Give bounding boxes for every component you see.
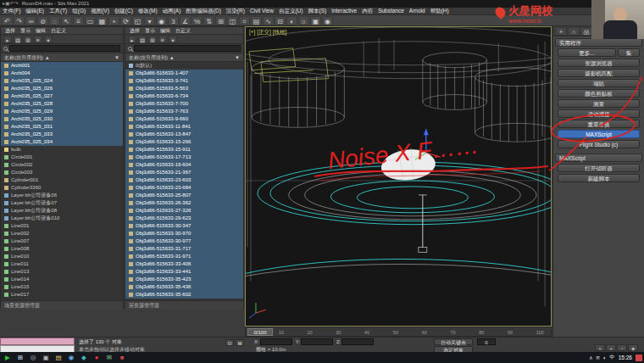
screen-record-icon[interactable]: ● — [92, 353, 102, 362]
list-item[interactable]: Arch035_025_033 — [1, 131, 123, 138]
clock[interactable]: 15:26 — [619, 355, 632, 360]
explorer-toolbar-icon[interactable]: ▤ — [14, 36, 22, 43]
list-item[interactable]: Layer:bh公司设备06 — [1, 192, 123, 199]
list-item[interactable]: Obj3d66-515633-35-602 — [125, 291, 243, 299]
menu-item[interactable]: 内容 — [359, 8, 375, 15]
list-item[interactable]: Arch035_025_031 — [1, 123, 123, 131]
list-item[interactable]: Arch035_025_029 — [1, 108, 123, 115]
list-item[interactable]: Line008 — [1, 245, 123, 253]
render-setup-icon[interactable]: ☼ — [298, 16, 309, 25]
explorer-toolbar-icon[interactable]: ▾ — [44, 36, 53, 43]
explorer-toolbar-icon[interactable]: ▸ — [128, 36, 136, 43]
utility-资源浏览器[interactable]: 资源浏览器 — [558, 59, 640, 67]
list-item[interactable]: Layer:bh公司设备010 — [1, 215, 123, 222]
utility-颜色剪贴板[interactable]: 颜色剪贴板 — [558, 89, 640, 98]
list-item[interactable]: Obj3d66-515633-35-423 — [125, 276, 243, 283]
time-slider-handle[interactable]: 0/100 — [247, 328, 273, 336]
recorder-overlay-icon[interactable]: ▶ — [3, 353, 13, 362]
list-item[interactable]: Circle002 — [1, 161, 123, 169]
search-input[interactable] — [134, 45, 241, 52]
current-frame-field[interactable]: 0 — [477, 338, 496, 345]
list-item[interactable]: Obj3d66-515633-3-741 — [125, 77, 243, 85]
utility-Flight Studio (c)[interactable]: Flight Studio (c) — [558, 140, 640, 148]
list-item[interactable]: Line001 — [1, 222, 123, 230]
list-item[interactable]: Obj3d66-515633-11-841 — [125, 123, 243, 131]
schematic-view-icon[interactable]: ⊟ — [275, 16, 286, 25]
menu-item[interactable]: 脚本(S) — [305, 8, 329, 15]
list-item[interactable]: Obj3d66-515633-6-734 — [125, 92, 243, 100]
list-item[interactable]: Obj3d66-515633-17-713 — [125, 154, 243, 161]
list-item[interactable]: 0(默认) — [125, 62, 243, 70]
list-item[interactable]: Line014 — [1, 276, 123, 283]
sets-button[interactable]: 集 — [618, 48, 640, 57]
spinner-snap-icon[interactable]: ⇅ — [203, 16, 214, 25]
list-item[interactable]: Obj3d66-515633-31-717 — [125, 245, 243, 253]
menu-item[interactable]: 自定义(U) — [276, 8, 306, 15]
explorer-menu-显示[interactable]: 显示 — [19, 27, 32, 34]
menu-item[interactable]: 工具(T) — [47, 8, 69, 15]
language-indicator[interactable]: 中 — [609, 354, 615, 361]
list-item[interactable]: Obj3d66-515633-23-684 — [125, 184, 243, 192]
curve-editor-icon[interactable]: ∿ — [263, 16, 274, 25]
list-item[interactable]: Line007 — [1, 237, 123, 245]
menu-item[interactable]: Civil View — [247, 8, 276, 15]
mirror-icon[interactable]: ◫ — [227, 16, 238, 25]
explorer-toolbar-icon[interactable]: ⊞ — [24, 36, 32, 43]
explorer-menu-自定义[interactable]: 自定义 — [174, 27, 192, 34]
list-item[interactable]: Layer:bh公司设备07 — [1, 199, 123, 207]
list-item[interactable]: Obj3d66-515633-5-563 — [125, 85, 243, 92]
select-object-icon[interactable]: ↖ — [61, 16, 72, 25]
list-item[interactable]: Arch035_025_028 — [1, 100, 123, 108]
selection-lock-toggle[interactable]: ⊠ — [236, 339, 244, 346]
more-utilities-button[interactable]: 更多... — [558, 48, 616, 57]
coordinate-input[interactable] — [341, 338, 374, 345]
list-item[interactable]: Circle003 — [1, 169, 123, 176]
task-view-icon[interactable]: ▣ — [41, 353, 51, 362]
list-item[interactable]: Obj3d66-515633-15-911 — [125, 146, 243, 154]
undo-icon[interactable]: ↶ — [2, 16, 13, 25]
isolate-selection-toggle[interactable]: ⊙ — [225, 339, 234, 346]
utility-MAXScript[interactable]: MAXScript — [558, 130, 640, 138]
rendered-frame-icon[interactable]: ▣ — [310, 16, 321, 25]
rectangular-selection-icon[interactable]: ▭ — [85, 16, 96, 25]
3dsmax-app-icon[interactable]: ◆ — [79, 353, 89, 362]
list-item[interactable]: Arch035_025_024 — [1, 77, 123, 85]
list-item[interactable]: Obj3d66-515633-21-367 — [125, 169, 243, 176]
coordinate-input[interactable] — [301, 338, 333, 345]
name-column-header[interactable]: 名称(按升序排列) ▲ — [129, 53, 175, 61]
snap-toggle-icon[interactable]: 3 — [168, 16, 179, 25]
list-item[interactable]: Line013 — [1, 268, 123, 276]
browser-icon[interactable]: ◉ — [66, 353, 76, 362]
menu-item[interactable]: Arnold — [407, 8, 428, 15]
explorer-toolbar-icon[interactable]: ≡ — [158, 36, 167, 43]
filter-icon[interactable]: ▼ — [235, 53, 240, 61]
filter-icon[interactable]: ▼ — [114, 53, 119, 61]
list-item[interactable]: Obj3d66-515633-25-807 — [125, 192, 243, 199]
explorer-toolbar-icon[interactable]: ▤ — [138, 36, 147, 43]
list-item[interactable]: Line015 — [1, 283, 123, 291]
utility-塌陷[interactable]: 塌陷 — [558, 79, 640, 87]
chat-app-icon[interactable]: ✉ — [104, 353, 114, 362]
select-by-name-icon[interactable]: ≡ — [73, 16, 84, 25]
list-item[interactable]: Obj3d66-515633-33-441 — [125, 268, 243, 276]
list-item[interactable]: Arch035_025_030 — [1, 115, 123, 123]
utility-运动捕捉[interactable]: 运动捕捉 — [558, 109, 640, 118]
menu-item[interactable]: 视图(V) — [88, 8, 112, 15]
explorer-toolbar-icon[interactable]: ▾ — [169, 36, 177, 43]
list-item[interactable]: Arch004 — [1, 70, 123, 77]
column-header[interactable]: 名称(按升序排列) ▲ ▼ — [125, 53, 243, 62]
list-item[interactable]: Obj3d66-515633-30-970 — [125, 230, 243, 237]
list-item[interactable]: Cylinder001 — [1, 176, 123, 184]
list-item[interactable]: Obj3d66-515633-19-604 — [125, 161, 243, 169]
list-item[interactable]: Obj3d66-515633-29-623 — [125, 215, 243, 222]
explorer-menu-自定义[interactable]: 自定义 — [49, 27, 68, 34]
utility-重置变换[interactable]: 重置变换 — [558, 120, 640, 128]
utility-测量[interactable]: 测量 — [558, 99, 640, 108]
select-and-rotate-icon[interactable]: ⟳ — [120, 16, 131, 25]
redo-icon[interactable]: ↷ — [14, 1, 19, 6]
menu-item[interactable]: 渲染(R) — [224, 8, 247, 15]
auto-key-button[interactable]: 自动关键点 — [434, 338, 473, 345]
list-item[interactable]: Obj3d66-515633-27-326 — [125, 207, 243, 215]
explorer-toolbar-icon[interactable]: ⊞ — [148, 36, 157, 43]
list-item[interactable]: Arch035_025_027 — [1, 92, 123, 100]
